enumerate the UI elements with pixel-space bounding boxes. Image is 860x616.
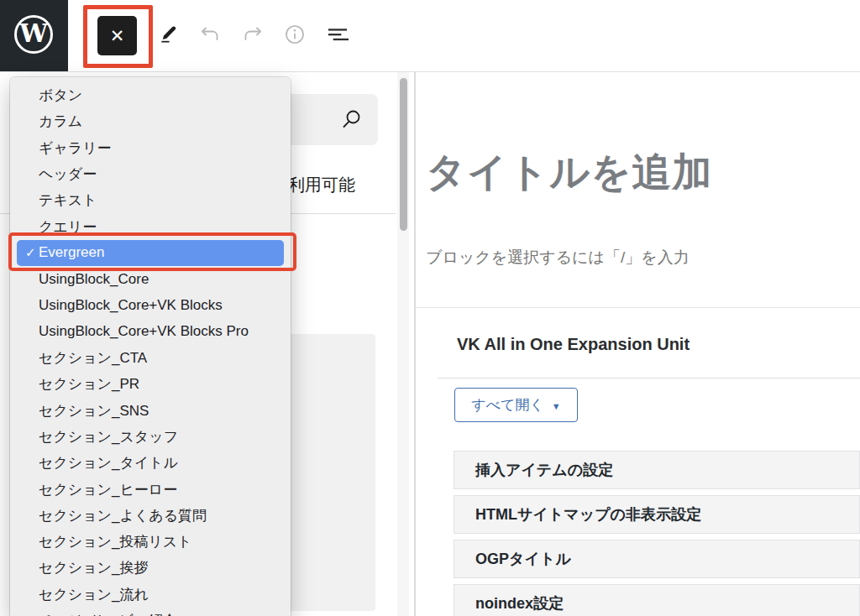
dropdown-menu-item[interactable]: テキスト bbox=[17, 187, 284, 213]
dropdown-menu-item[interactable]: セクション_投稿リスト bbox=[17, 529, 284, 555]
undo-button[interactable] bbox=[199, 23, 221, 45]
dropdown-menu-item[interactable]: カラム bbox=[17, 108, 284, 134]
dropdown-menu-item[interactable]: セクション_スタッフ bbox=[17, 424, 284, 450]
dropdown-menu-item[interactable]: セクション_SNS bbox=[17, 398, 284, 424]
metabox-title: VK All in One Expansion Unit bbox=[457, 335, 690, 354]
accordion-row-label: OGPタイトル bbox=[475, 549, 571, 569]
dropdown-menu-item-label: ボタン bbox=[39, 86, 82, 105]
dropdown-menu-item-label: セクション_流れ bbox=[39, 585, 149, 604]
pencil-icon bbox=[158, 23, 180, 45]
panel-border bbox=[414, 72, 416, 616]
dropdown-menu-item[interactable]: ボタン bbox=[17, 82, 284, 108]
accordion-row[interactable]: OGPタイトル bbox=[454, 540, 860, 578]
close-icon: ✕ bbox=[110, 26, 125, 46]
dropdown-menu-item[interactable]: セクション_流れ bbox=[17, 582, 284, 608]
redo-icon bbox=[242, 23, 264, 45]
dropdown-menu-item-label: セクション_スタッフ bbox=[39, 427, 178, 446]
dropdown-menu-item[interactable]: セクション_ヒーロー bbox=[17, 476, 284, 502]
dropdown-menu-item-label: UsingBlock_Core+VK Blocks Pro bbox=[39, 323, 249, 340]
dropdown-menu-item[interactable]: UsingBlock_Core+VK Blocks bbox=[17, 292, 284, 318]
accordion-row-label: 挿入アイテムの設定 bbox=[475, 460, 613, 480]
info-icon bbox=[284, 23, 306, 45]
dropdown-menu-item-label: テキスト bbox=[39, 191, 97, 210]
accordion-row-label: noindex設定 bbox=[475, 593, 564, 613]
accordion-row-label: HTMLサイトマップの非表示設定 bbox=[475, 504, 701, 525]
accordion-row[interactable]: noindex設定 bbox=[454, 584, 860, 616]
accordion-row[interactable]: 挿入アイテムの設定 bbox=[454, 451, 860, 489]
scrollbar-thumb[interactable] bbox=[400, 78, 407, 231]
post-body-field[interactable]: ブロックを選択するには「/」を入力 bbox=[426, 247, 690, 269]
metabox-divider bbox=[438, 378, 860, 378]
dropdown-menu-item[interactable]: UsingBlock_Core+VK Blocks Pro bbox=[17, 319, 284, 345]
dropdown-menu-item[interactable]: セクション_PR bbox=[17, 371, 284, 397]
dropdown-menu-item[interactable]: UsingBlock_Core bbox=[17, 266, 284, 292]
search-icon bbox=[340, 107, 364, 131]
dropdown-menu-item[interactable]: クエリー bbox=[17, 213, 284, 239]
list-view-button[interactable] bbox=[327, 23, 349, 45]
dropdown-menu-item-label: ページ_サービス紹介 bbox=[39, 611, 176, 616]
dropdown-menu-item-label: ギャラリー bbox=[39, 138, 112, 158]
dropdown-menu-item[interactable]: ヘッダー bbox=[17, 161, 284, 187]
dropdown-menu-item-label: Evergreen bbox=[39, 244, 104, 261]
open-all-label: すべて開く bbox=[471, 395, 544, 415]
post-title-field[interactable]: タイトルを追加 bbox=[426, 146, 713, 199]
wordpress-logo[interactable]: W bbox=[0, 0, 68, 71]
patterns-available-label: 利用可能 bbox=[288, 174, 355, 196]
dropdown-menu-item-label: セクション_CTA bbox=[39, 348, 147, 368]
dropdown-menu-item[interactable]: ページ_サービス紹介 bbox=[17, 608, 284, 616]
redo-button[interactable] bbox=[242, 23, 264, 45]
undo-icon bbox=[199, 23, 221, 45]
dropdown-menu-item-label: ヘッダー bbox=[39, 164, 97, 184]
open-all-button[interactable]: すべて開く ▼ bbox=[454, 388, 578, 422]
pattern-category-dropdown: ボタン カラム ギャラリー ヘッダー テキスト bbox=[10, 77, 291, 616]
dropdown-menu-item[interactable]: ✓ Evergreen bbox=[17, 240, 284, 266]
dropdown-menu-item-label: セクション_SNS bbox=[39, 401, 149, 420]
dropdown-menu-item-label: クエリー bbox=[39, 217, 97, 237]
dropdown-menu-item-label: セクション_挨拶 bbox=[39, 558, 148, 577]
dropdown-menu-item-label: セクション_PR bbox=[39, 374, 139, 394]
dropdown-menu-item-label: セクション_ヒーロー bbox=[39, 480, 177, 499]
wordpress-editor-screen: 利用可能 タイトルを追加 ブロックを選択するには「/」を入力 VK All in… bbox=[0, 0, 860, 616]
logo-letter: W bbox=[19, 21, 48, 46]
dropdown-menu-item-label: UsingBlock_Core bbox=[39, 271, 149, 288]
wordpress-logo-icon: W bbox=[14, 15, 53, 54]
dropdown-menu-item[interactable]: セクション_挨拶 bbox=[17, 555, 284, 581]
editor-canvas: タイトルを追加 ブロックを選択するには「/」を入力 VK All in One … bbox=[416, 72, 860, 616]
dropdown-menu-item[interactable]: セクション_CTA bbox=[17, 345, 284, 371]
dropdown-menu-item-label: セクション_投稿リスト bbox=[39, 532, 192, 551]
block-inserter-toggle-button[interactable]: ✕ bbox=[97, 16, 137, 55]
editor-toolbar: W ✕ bbox=[0, 0, 860, 72]
dropdown-menu-item-label: セクション_よくある質問 bbox=[39, 506, 207, 525]
metabox-accordion-list: 挿入アイテムの設定 HTMLサイトマップの非表示設定 OGPタイトル noind… bbox=[454, 451, 860, 616]
check-icon: ✓ bbox=[25, 245, 39, 260]
dropdown-menu-item[interactable]: ギャラリー bbox=[17, 135, 284, 161]
caret-down-icon: ▼ bbox=[552, 401, 561, 411]
accordion-row[interactable]: HTMLサイトマップの非表示設定 bbox=[454, 495, 860, 534]
edit-mode-button[interactable] bbox=[158, 23, 180, 45]
details-button[interactable] bbox=[284, 23, 306, 45]
dropdown-menu-item[interactable]: セクション_タイトル bbox=[17, 450, 284, 476]
dropdown-menu-item[interactable]: セクション_よくある質問 bbox=[17, 503, 284, 529]
dropdown-menu-item-label: セクション_タイトル bbox=[39, 453, 178, 472]
metabox-separator bbox=[416, 307, 860, 308]
dropdown-menu-item-label: UsingBlock_Core+VK Blocks bbox=[39, 297, 223, 314]
list-view-icon bbox=[327, 24, 349, 44]
dropdown-menu-item-label: カラム bbox=[39, 112, 82, 131]
